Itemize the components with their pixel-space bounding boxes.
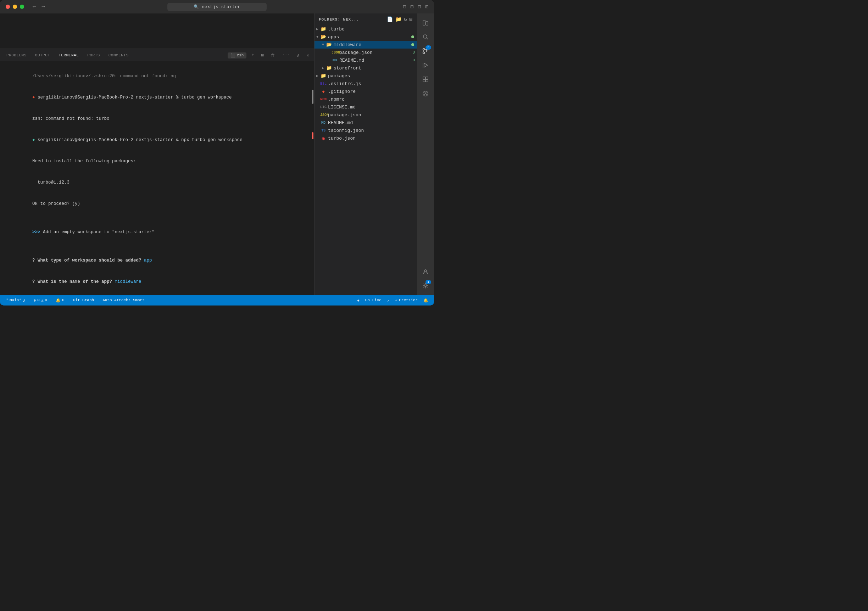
layout-icon-3[interactable]: ⊟ [418,3,421,10]
svg-rect-12 [425,79,428,82]
back-button[interactable]: ← [33,3,36,10]
search-bar[interactable]: 🔍 nextjs-starter [167,3,267,11]
activity-settings[interactable]: 1 [419,279,432,292]
editor-area: PROBLEMS OUTPUT TERMINAL PORTS COMMENTS … [0,14,314,295]
panel-tabs: PROBLEMS OUTPUT TERMINAL PORTS COMMENTS … [0,49,314,61]
status-prettier[interactable]: ✓ Prettier [394,298,419,303]
tab-ports[interactable]: PORTS [84,52,104,59]
split-terminal-button[interactable]: ⊟ [259,52,266,59]
tree-item-package-json[interactable]: JSON package.json U [315,48,417,56]
tree-item-turbo[interactable]: ▶ 📁 .turbo [315,25,417,33]
new-file-icon[interactable]: 📄 [387,16,393,22]
status-bell[interactable]: ◈ [356,298,361,303]
tab-output[interactable]: OUTPUT [31,52,54,59]
info-icon: 🔔 [56,298,60,303]
collapse-icon[interactable]: ⊟ [409,16,413,22]
info-count: 0 [62,298,65,302]
status-go-live[interactable]: Go Live [364,298,383,302]
status-info[interactable]: 🔔 0 [54,295,66,305]
tree-item-license[interactable]: LIC LICENSE.md [315,103,417,111]
tab-comments[interactable]: COMMENTS [105,52,132,59]
file-label: .gitignore [328,89,417,94]
file-label: .eslintrc.js [328,81,417,87]
status-branch[interactable]: ⑂ main* ↺ [4,295,26,305]
no-arrow [315,128,320,133]
tree-item-root-readme[interactable]: MD README.md [315,119,417,127]
error-icon: ⊗ [34,298,36,303]
scrollbar-error[interactable] [312,132,313,139]
error-count: 0 [37,298,40,302]
status-share[interactable]: ↗ [386,298,391,303]
file-label: LICENSE.md [328,105,417,110]
terminal-content[interactable]: /Users/sergiikirianov/.zshrc:20: command… [0,61,314,295]
scrollbar[interactable] [312,90,313,104]
status-git-graph[interactable]: Git Graph [71,295,95,305]
file-label: .npmrc [328,97,417,102]
forward-button[interactable]: → [42,3,45,10]
git-badge [411,43,414,46]
activity-explorer[interactable] [419,16,432,29]
file-label: README.md [328,120,417,125]
status-notifications[interactable]: 🔔 [422,298,430,303]
layout-icon-2[interactable]: ⊞ [410,3,414,10]
tree-item-storefront[interactable]: ▶ 📁 storefront [315,64,417,72]
tree-item-tsconfig[interactable]: TS tsconfig.json [315,127,417,134]
tree-item-readme[interactable]: MD README.md U [315,56,417,64]
status-auto-attach[interactable]: Auto Attach: Smart [101,295,146,305]
activity-account[interactable] [419,265,432,278]
layout-icon-4[interactable]: ⊞ [425,3,428,10]
warning-count: 0 [45,298,48,302]
terminal-line: ● sergiikirianov@Sergiis-MacBook-Pro-2 n… [6,129,308,151]
terminal-blank [6,214,308,221]
titlebar-actions: ⊟ ⊞ ⊟ ⊞ [403,3,428,10]
file-label: apps [328,34,411,40]
git-letter: U [412,50,415,54]
more-actions-button[interactable]: ··· [280,52,292,59]
svg-point-4 [423,48,425,50]
git-badge [411,36,414,38]
tree-item-packages[interactable]: ▶ 📁 packages [315,72,417,80]
activity-github[interactable] [419,87,432,100]
activity-run[interactable] [419,59,432,71]
svg-point-15 [425,270,426,272]
maximize-panel-button[interactable]: ∧ [295,52,302,59]
sync-icon: ↺ [23,298,25,303]
expand-arrow: ▶ [320,66,326,70]
close-button[interactable] [6,5,10,9]
activity-search[interactable] [419,31,432,43]
file-icon: MD [332,59,338,62]
svg-point-6 [423,52,425,54]
maximize-button[interactable] [20,5,24,9]
activity-extensions[interactable] [419,73,432,86]
tree-item-npmrc[interactable]: NPM .npmrc [315,95,417,103]
tab-problems[interactable]: PROBLEMS [3,52,30,59]
trash-button[interactable]: 🗑 [269,52,277,59]
terminal-line: zsh: command not found: turbo [6,108,308,129]
add-terminal-button[interactable]: + [249,52,256,59]
activity-source-control[interactable]: 3 [419,45,432,57]
tree-item-root-package[interactable]: JSON package.json [315,111,417,119]
terminal-line: Ok to proceed? (y) [6,193,308,214]
preview-area [0,14,314,49]
terminal-line: turbo@1.12.3 [6,172,308,193]
tree-item-middleware[interactable]: ▼ 📂 middleware [315,41,417,48]
no-arrow [315,105,320,109]
tab-terminal[interactable]: TERMINAL [55,52,82,59]
close-panel-button[interactable]: ✕ [305,52,311,59]
no-arrow [315,136,320,140]
new-folder-icon[interactable]: 📁 [395,16,402,22]
tree-item-turbo-json[interactable]: ◉ turbo.json [315,134,417,142]
tree-item-gitignore[interactable]: ◆ .gitignore [315,88,417,95]
shell-tab[interactable]: ⬛ zsh [228,53,247,59]
terminal-line: ● sergiikirianov@Sergiis-MacBook-Pro-2 n… [6,87,308,108]
layout-icon-1[interactable]: ⊟ [403,3,406,10]
svg-rect-0 [423,20,425,25]
refresh-icon[interactable]: ↻ [404,16,407,22]
tree-item-apps[interactable]: ▼ 📂 apps [315,33,417,41]
tree-item-eslintrc[interactable]: ESL .eslintrc.js [315,80,417,88]
minimize-button[interactable] [13,5,17,9]
file-label: README.md [339,58,412,63]
file-icon: JSON [320,113,327,117]
expand-arrow: ▼ [315,35,320,39]
status-errors[interactable]: ⊗ 0 ⚠ 0 [32,295,48,305]
